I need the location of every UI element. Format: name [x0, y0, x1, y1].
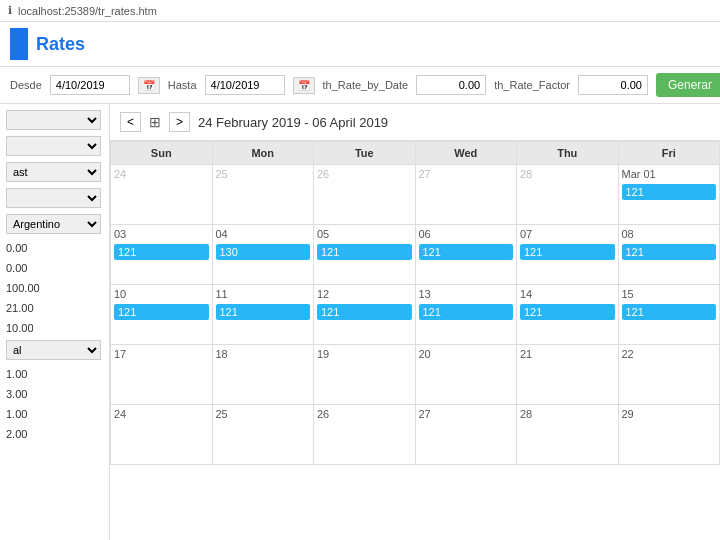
- header-accent-bar: [10, 28, 28, 60]
- sidebar-section-4: [6, 188, 103, 208]
- calendar-cell[interactable]: 22: [618, 345, 720, 405]
- info-icon: ℹ: [8, 4, 12, 17]
- event-bar[interactable]: 121: [520, 244, 615, 260]
- calendar-area: < ⊞ > 24 February 2019 - 06 April 2019 S…: [110, 104, 720, 540]
- sidebar-bottom-value-3: 1.00: [6, 406, 103, 422]
- sidebar-dropdown-2[interactable]: [6, 136, 101, 156]
- event-bar[interactable]: 121: [622, 184, 717, 200]
- calendar-next-button[interactable]: >: [169, 112, 190, 132]
- toolbar: Desde 📅 Hasta 📅 th_Rate_by_Date th_Rate_…: [0, 67, 720, 104]
- hasta-label: Hasta: [168, 79, 197, 91]
- sidebar-value-5: 10.00: [6, 320, 103, 336]
- main-layout: ast Argentino 0.00 0.00 100.00 21.00 10.…: [0, 104, 720, 540]
- sidebar-bottom-value-1: 1.00: [6, 366, 103, 382]
- calendar-cell[interactable]: 03121: [111, 225, 213, 285]
- calendar-cell[interactable]: 24: [111, 405, 213, 465]
- hasta-calendar-button[interactable]: 📅: [293, 77, 315, 94]
- desde-calendar-button[interactable]: 📅: [138, 77, 160, 94]
- calendar-cell[interactable]: 10121: [111, 285, 213, 345]
- sidebar-section-1: [6, 110, 103, 130]
- page-title: Rates: [36, 34, 85, 55]
- col-tue: Tue: [314, 142, 416, 165]
- event-bar[interactable]: 121: [114, 244, 209, 260]
- calendar-cell[interactable]: 28: [517, 165, 619, 225]
- sidebar-value-4: 21.00: [6, 300, 103, 316]
- th-rate-factor-input[interactable]: [578, 75, 648, 95]
- sidebar-dropdown-3[interactable]: ast: [6, 162, 101, 182]
- calendar-cell[interactable]: 27: [415, 165, 517, 225]
- calendar-cell[interactable]: 24: [111, 165, 213, 225]
- event-bar[interactable]: 121: [520, 304, 615, 320]
- th-rate-by-date-label: th_Rate_by_Date: [323, 79, 409, 91]
- calendar-cell[interactable]: 13121: [415, 285, 517, 345]
- sidebar: ast Argentino 0.00 0.00 100.00 21.00 10.…: [0, 104, 110, 540]
- desde-input[interactable]: [50, 75, 130, 95]
- calendar-table: Sun Mon Tue Wed Thu Fri 2425262728Mar 01…: [110, 141, 720, 465]
- calendar-cell[interactable]: 07121: [517, 225, 619, 285]
- sidebar-bottom-value-4: 2.00: [6, 426, 103, 442]
- calendar-nav: < ⊞ > 24 February 2019 - 06 April 2019: [110, 104, 720, 141]
- col-sun: Sun: [111, 142, 213, 165]
- calendar-cell[interactable]: 27: [415, 405, 517, 465]
- calendar-cell[interactable]: 25: [212, 405, 314, 465]
- sidebar-value-2: 0.00: [6, 260, 103, 276]
- sidebar-dropdown-1[interactable]: [6, 110, 101, 130]
- calendar-cell[interactable]: 14121: [517, 285, 619, 345]
- event-bar[interactable]: 121: [216, 304, 311, 320]
- url-display: localhost:25389/tr_rates.htm: [18, 5, 157, 17]
- sidebar-bottom-dropdown[interactable]: al: [6, 340, 101, 360]
- calendar-cell[interactable]: Mar 01121: [618, 165, 720, 225]
- desde-label: Desde: [10, 79, 42, 91]
- sidebar-dropdown-4[interactable]: [6, 188, 101, 208]
- calendar-cell[interactable]: 18: [212, 345, 314, 405]
- event-bar[interactable]: 121: [114, 304, 209, 320]
- sidebar-section-2: [6, 136, 103, 156]
- calendar-grid-icon[interactable]: ⊞: [149, 114, 161, 130]
- sidebar-value-3: 100.00: [6, 280, 103, 296]
- event-bar[interactable]: 121: [317, 304, 412, 320]
- calendar-cell[interactable]: 29: [618, 405, 720, 465]
- calendar-cell[interactable]: 12121: [314, 285, 416, 345]
- event-bar[interactable]: 121: [622, 244, 717, 260]
- calendar-cell[interactable]: 06121: [415, 225, 517, 285]
- event-bar[interactable]: 121: [622, 304, 717, 320]
- sidebar-bottom-value-2: 3.00: [6, 386, 103, 402]
- sidebar-bottom-dropdown-section: al: [6, 340, 103, 360]
- th-rate-by-date-input[interactable]: [416, 75, 486, 95]
- col-thu: Thu: [517, 142, 619, 165]
- calendar-cell[interactable]: 19: [314, 345, 416, 405]
- top-bar: ℹ localhost:25389/tr_rates.htm: [0, 0, 720, 22]
- calendar-cell[interactable]: 25: [212, 165, 314, 225]
- calendar-cell[interactable]: 15121: [618, 285, 720, 345]
- calendar-cell[interactable]: 17: [111, 345, 213, 405]
- header: Rates: [0, 22, 720, 67]
- sidebar-argentino-section: Argentino: [6, 214, 103, 234]
- col-fri: Fri: [618, 142, 720, 165]
- th-rate-factor-label: th_Rate_Factor: [494, 79, 570, 91]
- hasta-input[interactable]: [205, 75, 285, 95]
- sidebar-value-1: 0.00: [6, 240, 103, 256]
- col-mon: Mon: [212, 142, 314, 165]
- calendar-cell[interactable]: 08121: [618, 225, 720, 285]
- event-bar[interactable]: 121: [419, 244, 514, 260]
- calendar-cell[interactable]: 26: [314, 405, 416, 465]
- generar-button[interactable]: Generar: [656, 73, 720, 97]
- event-bar[interactable]: 121: [419, 304, 514, 320]
- calendar-cell[interactable]: 26: [314, 165, 416, 225]
- sidebar-argentino-dropdown[interactable]: Argentino: [6, 214, 101, 234]
- calendar-cell[interactable]: 05121: [314, 225, 416, 285]
- calendar-prev-button[interactable]: <: [120, 112, 141, 132]
- calendar-cell[interactable]: 04130: [212, 225, 314, 285]
- sidebar-section-3: ast: [6, 162, 103, 182]
- calendar-cell[interactable]: 20: [415, 345, 517, 405]
- calendar-cell[interactable]: 21: [517, 345, 619, 405]
- event-bar[interactable]: 130: [216, 244, 311, 260]
- col-wed: Wed: [415, 142, 517, 165]
- event-bar[interactable]: 121: [317, 244, 412, 260]
- calendar-date-range: 24 February 2019 - 06 April 2019: [198, 115, 388, 130]
- calendar-cell[interactable]: 11121: [212, 285, 314, 345]
- calendar-cell[interactable]: 28: [517, 405, 619, 465]
